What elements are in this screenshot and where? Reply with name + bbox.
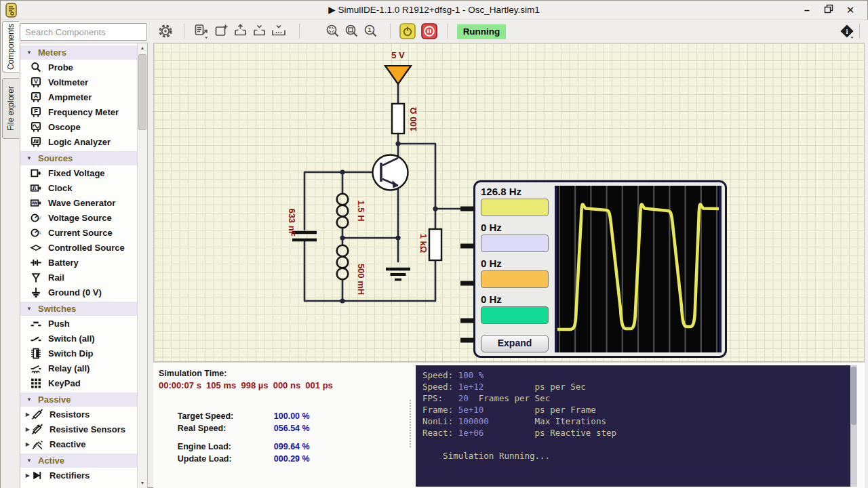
close-button[interactable]: ✕ — [843, 4, 858, 16]
ground-symbol[interactable] — [386, 269, 410, 280]
expand-arrow-icon[interactable]: ▶ — [20, 472, 30, 479]
console-scrollbar-thumb[interactable] — [851, 367, 856, 425]
reactive-icon — [31, 439, 43, 450]
collapse-caret-icon[interactable]: ▼ — [20, 155, 38, 161]
push-icon — [30, 318, 42, 329]
component-item-reactive[interactable]: ▶Reactive — [20, 436, 138, 451]
component-item-oscope[interactable]: Oscope — [20, 119, 138, 134]
component-item-current-source[interactable]: ACurrent Source — [20, 225, 138, 240]
bottom-panel: Simulation Time: 00:00:07 s 105 ms 998 µ… — [153, 362, 865, 488]
channel-3-color-bar[interactable] — [481, 270, 549, 288]
component-item-rail[interactable]: Rail — [20, 270, 138, 285]
component-item-fixed-voltage[interactable]: Fixed Voltage — [20, 165, 138, 180]
component-item-push[interactable]: Push — [20, 316, 138, 331]
scroll-up-icon[interactable]: ▲ — [138, 43, 147, 53]
zoom-one-icon[interactable]: 1 — [363, 23, 379, 39]
svg-text:V: V — [34, 77, 38, 84]
npn-transistor[interactable] — [373, 155, 408, 190]
tab-file-explorer[interactable]: File explorer — [2, 78, 19, 139]
oscope-icon — [30, 121, 42, 133]
channel-2-color-bar[interactable] — [481, 235, 549, 252]
power-on-button[interactable] — [399, 23, 416, 39]
wires[interactable] — [304, 83, 460, 301]
pause-sim-button[interactable] — [421, 23, 437, 39]
channel-4-color-bar[interactable] — [481, 306, 549, 324]
simulation-stats: Simulation Time: 00:00:07 s 105 ms 998 µ… — [159, 367, 333, 453]
search-input[interactable] — [20, 23, 147, 41]
clock-icon — [30, 182, 42, 194]
component-item-rectifiers[interactable]: ▶Rectifiers — [20, 468, 138, 483]
last-circuits-icon[interactable] — [193, 23, 210, 39]
title-bar: ▶ SimulIDE-1.1.0 R1912+dfsg-1 - Osc_Hart… — [1, 1, 867, 20]
voltage-rail[interactable] — [385, 66, 411, 84]
tree-section-passive[interactable]: ▼Passive — [20, 392, 138, 407]
inductor-l1[interactable] — [337, 194, 349, 228]
rail-voltage-label[interactable]: 5 V — [391, 50, 405, 60]
collapse-caret-icon[interactable]: ▼ — [20, 306, 38, 312]
channel-3-frequency: 0 Hz — [481, 257, 550, 270]
scope-pins[interactable] — [460, 209, 475, 340]
component-item-clock[interactable]: Clock — [20, 180, 138, 195]
component-item-voltage-source[interactable]: VVoltage Source — [20, 210, 138, 225]
component-item-frequency-meter[interactable]: FFrequency Meter — [20, 104, 138, 119]
zoom-selected-icon[interactable] — [344, 23, 360, 39]
new-circuit-icon[interactable] — [214, 23, 230, 39]
inductor-l2[interactable] — [337, 245, 349, 280]
l2-value-label[interactable]: 500 mH — [356, 264, 366, 295]
voltmeter-icon: V — [30, 77, 42, 88]
expand-button[interactable]: Expand — [481, 335, 549, 352]
component-item-relay-all[interactable]: Relay (all) — [20, 361, 138, 375]
save-circuit-as-icon[interactable] — [271, 23, 287, 39]
console-line: Speed: 100 % — [422, 369, 857, 381]
resistor-r1[interactable] — [392, 104, 404, 134]
maximize-button[interactable] — [821, 4, 836, 16]
settings-gear-icon[interactable] — [157, 23, 174, 39]
tab-components[interactable]: Components — [2, 21, 19, 73]
component-item-switch-all[interactable]: Switch (all) — [20, 331, 138, 346]
collapse-caret-icon[interactable]: ▼ — [20, 396, 38, 403]
component-item-voltmeter[interactable]: VVoltmeter — [20, 75, 138, 89]
component-item-logic-analyzer[interactable]: Logic Analyzer — [20, 134, 138, 149]
tree-section-sources[interactable]: ▼Sources — [20, 151, 138, 165]
tree-section-meters[interactable]: ▼Meters — [20, 45, 138, 60]
expand-arrow-icon[interactable]: ▶ — [20, 441, 30, 447]
collapse-caret-icon[interactable]: ▼ — [20, 458, 38, 464]
component-item-ampmeter[interactable]: AAmpmeter — [20, 89, 138, 104]
component-item-controlled-source[interactable]: Controlled Source — [20, 240, 138, 255]
tree-section-switches[interactable]: ▼Switches — [20, 302, 138, 316]
info-diamond-icon[interactable]: i — [839, 23, 855, 39]
expand-arrow-icon[interactable]: ▶ — [20, 426, 30, 432]
component-item-resistors[interactable]: ▶Resistors — [20, 407, 138, 422]
r2-value-label[interactable]: 1 kΩ — [418, 234, 429, 253]
resistor-r2[interactable] — [429, 229, 441, 260]
panel-splitter[interactable] — [410, 400, 412, 447]
console-line: Frame: 5e+10 ps per Frame — [422, 404, 857, 415]
sidebar-scrollbar[interactable]: ▲ ▼ — [137, 43, 147, 488]
tree-section-active[interactable]: ▼Active — [20, 453, 138, 468]
component-item-battery[interactable]: Battery — [20, 255, 138, 270]
console-scrollbar[interactable] — [850, 365, 857, 487]
component-item-probe[interactable]: Probe — [20, 60, 138, 75]
console-blank-line — [422, 439, 857, 450]
r1-value-label[interactable]: 100 Ω — [408, 107, 418, 131]
open-circuit-icon[interactable] — [233, 23, 249, 39]
channel-1-color-bar[interactable] — [481, 199, 549, 216]
component-item-switch-dip[interactable]: Switch Dip — [20, 346, 138, 361]
scroll-down-icon[interactable]: ▼ — [138, 479, 147, 488]
frequency-meter-panel[interactable]: 126.8 Hz0 Hz0 Hz0 Hz Expand — [473, 180, 727, 358]
keypad-icon — [30, 378, 42, 389]
component-item-resistive-sensors[interactable]: ▶Resistive Sensors — [20, 422, 138, 436]
scrollbar-thumb[interactable] — [138, 54, 146, 130]
zoom-extents-icon[interactable] — [325, 23, 341, 39]
component-item-ground-0-v[interactable]: Ground (0 V) — [20, 285, 138, 300]
collapse-caret-icon[interactable]: ▼ — [20, 49, 38, 56]
save-circuit-icon[interactable] — [252, 23, 268, 39]
expand-arrow-icon[interactable]: ▶ — [20, 411, 30, 418]
component-item-wave-generator[interactable]: Wave Generator — [20, 195, 138, 210]
wave-generator-icon — [30, 197, 42, 209]
minimize-button[interactable]: – — [800, 4, 814, 16]
component-item-keypad[interactable]: KeyPad — [20, 375, 138, 390]
l1-value-label[interactable]: 1.5 H — [356, 200, 366, 221]
simulation-console: Speed: 100 %Speed: 1e+12 ps per SecFPS: … — [416, 365, 857, 487]
c1-value-label[interactable]: 633 nF — [287, 208, 297, 236]
